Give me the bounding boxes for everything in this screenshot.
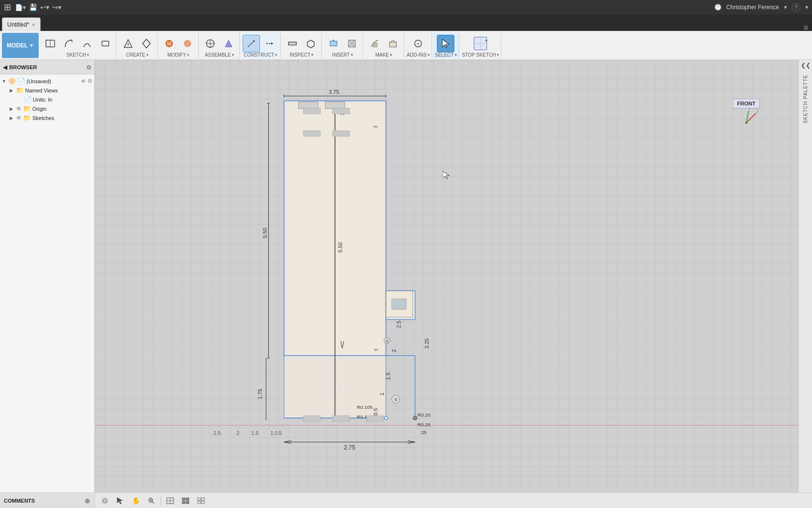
settings-status-button[interactable]: [99, 495, 111, 506]
pan-status-button[interactable]: ✋: [130, 495, 142, 506]
svg-marker-16: [271, 42, 273, 45]
addins-tool-1[interactable]: +: [409, 35, 427, 52]
save-button[interactable]: 💾: [29, 3, 37, 11]
tree-item-origin[interactable]: ▶ 👁 📁 Origin: [0, 104, 94, 113]
tab-bar: Untitled* × ⧉: [0, 15, 812, 31]
sketch-group-label[interactable]: SKETCH▾: [66, 52, 89, 59]
browser-collapse-icon[interactable]: ◀: [3, 64, 7, 71]
addins-group: + ADD-INS▾: [405, 33, 432, 58]
select-group-label[interactable]: SELECT▾: [435, 52, 457, 59]
model-button[interactable]: MODEL ▼: [2, 33, 39, 58]
modify-group: M MODIFY▾: [159, 33, 199, 58]
document-tab[interactable]: Untitled* ×: [2, 17, 41, 31]
make-group-label[interactable]: MAKE▾: [375, 52, 392, 59]
svg-text:3.25: 3.25: [424, 338, 430, 348]
tree-folder-icon-sketches: 📁: [23, 114, 31, 121]
construct-tool-1[interactable]: [243, 35, 260, 52]
construct-tool-2[interactable]: [261, 35, 278, 52]
tab-label: Untitled*: [7, 21, 29, 28]
svg-marker-19: [307, 40, 314, 48]
zoom-status-button[interactable]: [145, 495, 158, 506]
construct-group-label[interactable]: CONSTRUCT▾: [244, 52, 277, 59]
svg-point-98: [745, 122, 747, 124]
sketch-tool-3[interactable]: [78, 35, 96, 52]
app-menu-icon[interactable]: ⊞: [4, 2, 11, 13]
sketch-palette-label: SKETCH PALETTE: [803, 75, 808, 123]
redo-button[interactable]: ↪▾: [52, 3, 61, 11]
modify-group-label[interactable]: MODIFY▾: [167, 52, 189, 59]
make-tool-2[interactable]: [384, 35, 402, 52]
svg-text:.25: .25: [420, 430, 427, 435]
create-tool-2[interactable]: [138, 35, 155, 52]
insert-tool-1[interactable]: [325, 35, 342, 52]
right-controls: 🕐 Christopher Ference ▾ ? ▾: [714, 3, 808, 12]
user-arrow-icon[interactable]: ▾: [784, 4, 787, 11]
inspect-group-label[interactable]: INSPECT▾: [290, 52, 313, 59]
canvas-area[interactable]: 3.75 5.50 5.50 2.5 2 1.5 1: [95, 60, 798, 493]
svg-text:1: 1: [270, 430, 273, 436]
browser-title: BROWSER: [9, 64, 85, 70]
stop-sketch-group-label[interactable]: STOP SKETCH▾: [462, 52, 499, 59]
palette-collapse-button[interactable]: ❮❮: [801, 62, 811, 69]
file-menu[interactable]: 📄▾: [15, 4, 26, 11]
assemble-tool-1[interactable]: [202, 35, 219, 52]
tree-eye-icon-sketches[interactable]: 👁: [16, 115, 22, 121]
user-name[interactable]: Christopher Ference: [726, 4, 779, 11]
svg-text:0.5: 0.5: [275, 430, 282, 436]
cursor-status-button[interactable]: [114, 495, 127, 506]
assemble-group-label[interactable]: ASSEMBLE▾: [205, 52, 234, 59]
tree-item-units[interactable]: 📄 Units: In: [0, 95, 94, 104]
drawing-canvas: 3.75 5.50 5.50 2.5 2 1.5 1: [95, 60, 798, 493]
view-label: FRONT: [733, 99, 760, 108]
maximize-icon[interactable]: ⧉: [804, 24, 808, 31]
svg-text:1.75: 1.75: [257, 389, 263, 399]
inspect-tool-2[interactable]: [302, 35, 319, 52]
add-comment-button[interactable]: ⊕: [85, 497, 90, 505]
tree-eye-icon-origin[interactable]: 👁: [16, 105, 22, 112]
sketch-tool-1[interactable]: [42, 35, 59, 52]
svg-text:M: M: [167, 41, 171, 46]
inspect-tool-1[interactable]: [284, 35, 301, 52]
svg-text:3.75: 3.75: [329, 89, 339, 95]
tree-settings-icon-root[interactable]: ⚙: [87, 78, 92, 84]
modify-tool-2[interactable]: [179, 35, 196, 52]
view-toggle-button[interactable]: [195, 495, 207, 506]
svg-rect-43: [299, 102, 318, 108]
grid-toggle-button[interactable]: [179, 495, 192, 506]
tree-doc-icon-root: 📄: [17, 77, 25, 85]
help-arrow-icon[interactable]: ▾: [805, 4, 808, 11]
sketch-tool-2[interactable]: [60, 35, 77, 52]
undo-button[interactable]: ↩▾: [40, 3, 49, 11]
status-bar: COMMENTS ⊕ ✋: [0, 493, 812, 508]
svg-text:⚙: ⚙: [394, 397, 398, 402]
create-tool-1[interactable]: [119, 35, 137, 52]
tree-item-root[interactable]: ▼ 🔆 📄 (Unsaved) 👁 ⚙: [0, 76, 94, 86]
help-button[interactable]: ?: [792, 3, 800, 12]
browser-settings-icon[interactable]: ⊙: [87, 64, 91, 71]
tab-close-button[interactable]: ×: [32, 22, 35, 28]
svg-text:2.5: 2.5: [213, 430, 220, 436]
svg-point-76: [413, 416, 417, 420]
display-mode-button[interactable]: [164, 495, 176, 506]
inspect-group: INSPECT▾: [282, 33, 322, 58]
svg-rect-26: [390, 42, 396, 47]
stop-sketch-tool-1[interactable]: [472, 35, 489, 52]
main-area: ◀ BROWSER ⊙ ▼ 🔆 📄 (Unsaved) 👁 ⚙ ▶ 📁 Name…: [0, 60, 812, 493]
create-group-label[interactable]: CREATE▾: [126, 52, 148, 59]
select-tool-1[interactable]: [437, 35, 454, 52]
make-tool-1[interactable]: [366, 35, 383, 52]
insert-tool-2[interactable]: [343, 35, 361, 52]
svg-rect-44: [325, 102, 345, 108]
tree-eye-icon-root[interactable]: 👁: [81, 78, 86, 84]
tree-item-sketches[interactable]: ▶ 👁 📁 Sketches: [0, 113, 94, 122]
svg-point-9: [184, 40, 191, 47]
coord-indicator: FRONT X Y: [733, 99, 760, 128]
construct-group: CONSTRUCT▾: [241, 33, 281, 58]
insert-group-label[interactable]: INSERT▾: [332, 52, 353, 59]
tree-folder-icon-named-views: 📁: [16, 87, 24, 94]
sketch-tool-4[interactable]: [97, 35, 114, 52]
addins-group-label[interactable]: ADD-INS▾: [407, 52, 430, 59]
modify-tool-1[interactable]: M: [160, 35, 178, 52]
assemble-tool-2[interactable]: [220, 35, 237, 52]
tree-item-named-views[interactable]: ▶ 📁 Named Views: [0, 86, 94, 95]
